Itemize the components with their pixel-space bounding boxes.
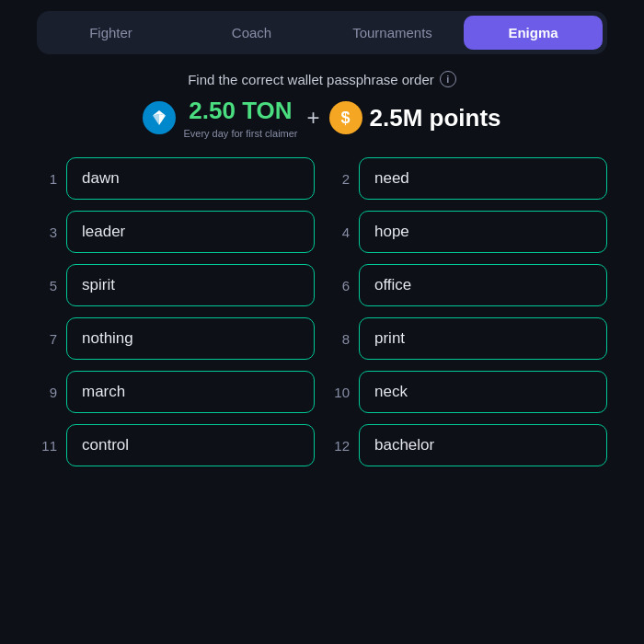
word-box[interactable]: leader xyxy=(66,211,315,253)
word-cell: 5spirit xyxy=(37,264,315,306)
tab-bar: Fighter Coach Tournaments Enigma xyxy=(37,11,607,54)
word-number: 7 xyxy=(37,331,57,347)
app-container: Fighter Coach Tournaments Enigma Find th… xyxy=(0,0,644,644)
word-box[interactable]: spirit xyxy=(66,264,315,306)
word-number: 4 xyxy=(329,224,350,240)
tab-coach[interactable]: Coach xyxy=(182,16,321,50)
word-box[interactable]: office xyxy=(359,264,607,306)
points-amount: 2.5M points xyxy=(370,104,501,132)
points-badge: $ 2.5M points xyxy=(329,101,501,134)
tab-tournaments[interactable]: Tournaments xyxy=(323,16,462,50)
word-number: 8 xyxy=(329,331,350,347)
header-title-text: Find the correct wallet passphrase order xyxy=(188,72,434,87)
header-title: Find the correct wallet passphrase order… xyxy=(143,71,500,87)
word-cell: 10neck xyxy=(329,371,607,413)
word-number: 3 xyxy=(37,224,57,240)
word-cell: 8print xyxy=(329,317,607,360)
word-cell: 11control xyxy=(37,424,315,466)
word-cell: 1dawn xyxy=(37,157,315,200)
word-box[interactable]: bachelor xyxy=(359,424,607,466)
word-number: 10 xyxy=(329,385,350,400)
word-number: 5 xyxy=(37,278,57,293)
word-cell: 2need xyxy=(329,157,607,200)
tab-enigma[interactable]: Enigma xyxy=(464,16,603,50)
ton-subtitle: Every day for first claimer xyxy=(183,128,297,139)
word-cell: 7nothing xyxy=(37,317,315,360)
info-icon[interactable]: i xyxy=(440,71,456,87)
word-cell: 12bachelor xyxy=(329,424,607,466)
word-cell: 4hope xyxy=(329,211,607,253)
word-number: 2 xyxy=(329,171,350,187)
word-box[interactable]: nothing xyxy=(66,317,315,360)
word-box[interactable]: march xyxy=(66,371,315,413)
ton-icon xyxy=(143,101,176,134)
word-cell: 3leader xyxy=(37,211,315,253)
coin-icon: $ xyxy=(329,101,362,134)
tab-fighter[interactable]: Fighter xyxy=(41,16,180,50)
header: Find the correct wallet passphrase order… xyxy=(143,71,500,139)
word-box[interactable]: need xyxy=(359,157,607,200)
word-number: 11 xyxy=(37,438,57,454)
ton-amount: 2.50 TON xyxy=(183,97,297,125)
word-number: 1 xyxy=(37,171,57,187)
word-number: 12 xyxy=(329,438,350,454)
reward-row: 2.50 TON Every day for first claimer + $… xyxy=(143,97,500,139)
word-box[interactable]: control xyxy=(66,424,315,466)
word-box[interactable]: neck xyxy=(359,371,607,413)
word-grid: 1dawn2need3leader4hope5spirit6office7not… xyxy=(37,157,607,466)
word-number: 9 xyxy=(37,385,57,400)
plus-sign: + xyxy=(307,105,320,131)
word-cell: 9march xyxy=(37,371,315,413)
word-box[interactable]: print xyxy=(359,317,607,360)
word-box[interactable]: dawn xyxy=(66,157,315,200)
word-cell: 6office xyxy=(329,264,607,306)
word-number: 6 xyxy=(329,278,350,293)
word-box[interactable]: hope xyxy=(359,211,607,253)
ton-badge: 2.50 TON Every day for first claimer xyxy=(143,97,297,139)
